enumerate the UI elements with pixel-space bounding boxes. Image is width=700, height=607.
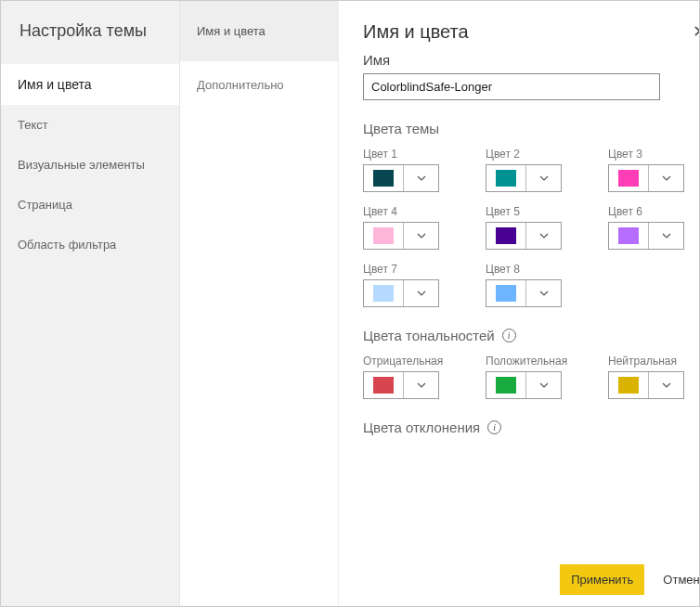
sidebar-primary: Настройка темы Имя и цвета Текст Визуаль… — [1, 1, 180, 606]
color-picker-neutral[interactable] — [608, 371, 684, 399]
cancel-label: Отмена — [663, 573, 700, 587]
color-picker-4[interactable] — [363, 222, 439, 250]
apply-button[interactable]: Применить — [560, 564, 644, 595]
chevron-wrap — [525, 165, 561, 191]
dialog-footer: Применить Отмена — [339, 552, 700, 606]
color-picker-6[interactable] — [608, 222, 684, 250]
sidebar1-item-label: Имя и цвета — [18, 77, 92, 92]
sentiment-title-row: Цвета тональностей i — [363, 328, 700, 343]
sidebar1-item-visuals[interactable]: Визуальные элементы — [1, 145, 179, 185]
close-icon: ✕ — [693, 22, 700, 41]
swatch-wrap — [364, 372, 403, 398]
theme-color-2: Цвет 2 — [486, 148, 588, 192]
swatch-wrap — [486, 165, 525, 191]
color-label: Цвет 8 — [486, 263, 588, 276]
color-label: Цвет 4 — [363, 205, 465, 218]
theme-color-1: Цвет 1 — [363, 148, 465, 192]
chevron-wrap — [525, 280, 561, 306]
sidebar2-item-label: Имя и цвета — [197, 24, 266, 38]
divergence-title: Цвета отклонения — [363, 420, 480, 435]
chevron-wrap — [403, 372, 438, 398]
theme-colors-title-text: Цвета темы — [363, 121, 439, 136]
chevron-down-icon — [539, 175, 549, 181]
swatch-wrap — [609, 223, 648, 249]
color-swatch — [496, 227, 516, 244]
name-input[interactable] — [363, 73, 660, 100]
sidebar2-item-label: Дополнительно — [197, 78, 284, 92]
color-label: Положительная — [486, 355, 588, 368]
color-swatch — [373, 285, 394, 302]
theme-color-6: Цвет 6 — [608, 205, 700, 250]
chevron-down-icon — [417, 233, 426, 239]
color-picker-2[interactable] — [486, 164, 562, 192]
info-icon[interactable]: i — [487, 420, 501, 434]
color-swatch — [496, 377, 516, 394]
swatch-wrap — [486, 223, 525, 249]
color-label: Цвет 5 — [486, 205, 588, 218]
chevron-down-icon — [539, 233, 549, 239]
sidebar1-item-text[interactable]: Текст — [1, 105, 179, 145]
sentiment-neutral: Нейтральная — [608, 355, 700, 399]
sidebar1-item-label: Визуальные элементы — [18, 158, 145, 172]
color-swatch — [373, 227, 394, 244]
sidebar1-item-page[interactable]: Страница — [1, 185, 179, 225]
sentiment-positive: Положительная — [486, 355, 588, 399]
chevron-down-icon — [539, 291, 549, 296]
sidebar1-item-name-colors[interactable]: Имя и цвета — [1, 64, 179, 105]
color-picker-5[interactable] — [486, 222, 562, 250]
theme-color-8: Цвет 8 — [486, 263, 588, 307]
main-title: Имя и цвета — [363, 21, 469, 43]
color-label: Цвет 7 — [363, 263, 465, 276]
color-picker-3[interactable] — [608, 164, 684, 192]
sidebar2-item-advanced[interactable]: Дополнительно — [180, 61, 338, 109]
color-picker-7[interactable] — [363, 279, 439, 307]
color-label: Нейтральная — [608, 355, 700, 368]
chevron-wrap — [403, 280, 438, 306]
chevron-down-icon — [539, 382, 549, 388]
main-panel: Имя и цвета ✕ Имя Цвета темы Цвет 1 — [338, 1, 700, 606]
sidebar1-item-label: Страница — [18, 198, 72, 212]
swatch-wrap — [486, 372, 525, 398]
color-swatch — [373, 377, 394, 394]
main-body: Имя Цвета темы Цвет 1 Цвет 2 — [339, 52, 700, 552]
close-button[interactable]: ✕ — [689, 21, 700, 42]
color-label: Цвет 2 — [486, 148, 588, 161]
color-picker-1[interactable] — [363, 164, 439, 192]
chevron-down-icon — [417, 291, 426, 296]
sidebar-primary-title: Настройка темы — [1, 1, 179, 64]
chevron-wrap — [525, 223, 561, 249]
cancel-button[interactable]: Отмена — [652, 564, 700, 595]
info-icon[interactable]: i — [502, 329, 516, 342]
sidebar1-item-label: Текст — [18, 118, 48, 132]
color-swatch — [618, 227, 639, 244]
color-swatch — [618, 377, 639, 394]
sidebar2-item-name-colors[interactable]: Имя и цвета — [180, 1, 338, 61]
main-header: Имя и цвета ✕ — [339, 1, 700, 52]
name-label: Имя — [363, 52, 700, 68]
chevron-down-icon — [417, 175, 426, 181]
sentiment-title: Цвета тональностей — [363, 328, 495, 343]
color-swatch — [496, 285, 516, 302]
chevron-down-icon — [417, 382, 426, 388]
theme-color-3: Цвет 3 — [608, 148, 700, 192]
sentiment-negative: Отрицательная — [363, 355, 465, 399]
color-swatch — [618, 170, 639, 187]
color-picker-positive[interactable] — [486, 371, 562, 399]
sidebar1-item-filter[interactable]: Область фильтра — [1, 225, 179, 265]
swatch-wrap — [609, 165, 648, 191]
chevron-down-icon — [662, 382, 671, 388]
swatch-wrap — [486, 280, 525, 306]
color-picker-negative[interactable] — [363, 371, 439, 399]
sentiment-colors-grid: Отрицательная Положительная Нейтральная — [363, 355, 700, 399]
chevron-wrap — [648, 223, 683, 249]
chevron-wrap — [403, 165, 438, 191]
theme-color-7: Цвет 7 — [363, 263, 465, 307]
theme-color-5: Цвет 5 — [486, 205, 588, 250]
name-field-group: Имя — [363, 52, 700, 100]
chevron-wrap — [648, 165, 683, 191]
theme-colors-grid: Цвет 1 Цвет 2 Цвет 3 — [363, 148, 700, 307]
chevron-wrap — [525, 372, 561, 398]
color-picker-8[interactable] — [486, 279, 562, 307]
theme-color-4: Цвет 4 — [363, 205, 465, 250]
divergence-title-row: Цвета отклонения i — [363, 420, 700, 435]
